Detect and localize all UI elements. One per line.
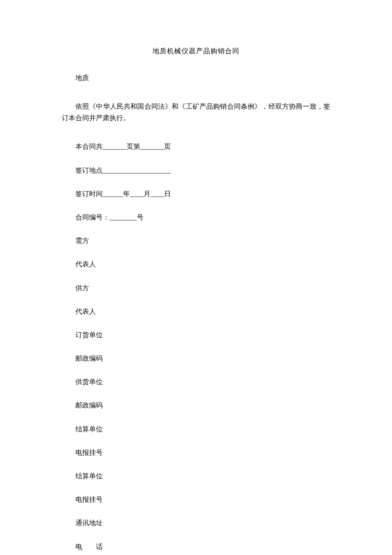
subtitle-line: 地质 bbox=[62, 74, 330, 83]
field-sign-date: 签订时间______年____月____日 bbox=[62, 188, 330, 199]
field-telegraph-2: 电报挂号 bbox=[62, 494, 330, 505]
field-contract-number: 合同编号：________号 bbox=[62, 211, 330, 223]
field-supplier-representative: 代表人 bbox=[62, 306, 330, 317]
field-postal-code-1: 邮政编码 bbox=[62, 353, 330, 364]
field-phone: 电 话 bbox=[62, 541, 330, 552]
field-supplier: 供方 bbox=[62, 282, 330, 294]
field-address: 通讯地址 bbox=[62, 517, 330, 529]
intro-paragraph: 依照《中华人民共和国合同法》和《工矿产品购销合同条例》，经双方协商一致，签订本合… bbox=[62, 101, 330, 124]
field-supply-unit: 供货单位 bbox=[62, 376, 330, 387]
field-settlement-unit-2: 结算单位 bbox=[62, 470, 330, 482]
field-buyer-representative: 代表人 bbox=[62, 258, 330, 270]
document-title: 地质机械仪器产品购销合同 bbox=[62, 47, 330, 56]
field-postal-code-2: 邮政编码 bbox=[62, 399, 330, 411]
field-pages: 本合同共_______页第_______页 bbox=[62, 141, 330, 152]
field-settlement-unit-1: 结算单位 bbox=[62, 423, 330, 435]
field-telegraph-1: 电报挂号 bbox=[62, 447, 330, 458]
field-sign-location: 签订地点____________________ bbox=[62, 165, 330, 176]
field-ordering-unit: 订货单位 bbox=[62, 329, 330, 341]
field-buyer: 需方 bbox=[62, 235, 330, 246]
